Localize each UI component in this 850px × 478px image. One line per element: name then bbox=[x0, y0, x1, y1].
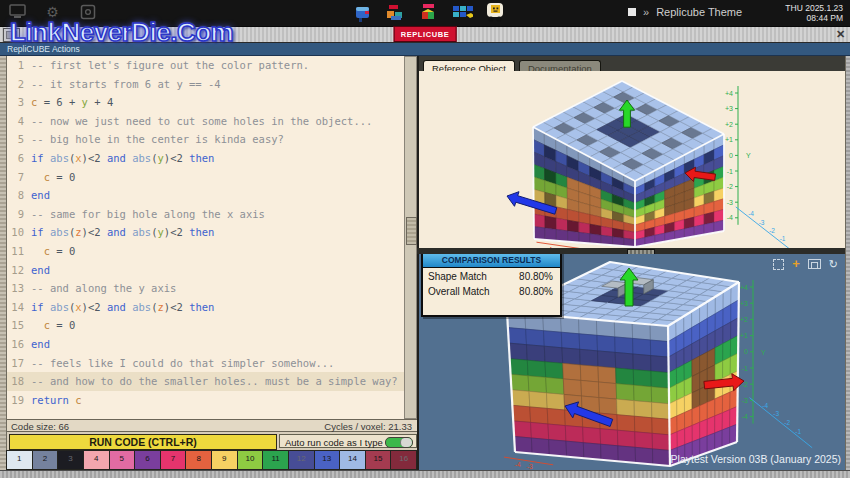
code-line[interactable]: 14if abs(x)<2 and abs(z)<2 then bbox=[7, 298, 404, 317]
reference-cube[interactable]: +4+3+2+10-1-2-3-4Y-4-3-4-3-2-1 bbox=[419, 71, 845, 248]
svg-text:-1: -1 bbox=[727, 168, 733, 175]
palette-swatch-7[interactable]: 7 bbox=[160, 450, 187, 470]
svg-text:Y: Y bbox=[746, 152, 751, 159]
line-number: 8 bbox=[7, 186, 31, 205]
reference-tabs: Reference ObjectDocumentation bbox=[417, 56, 845, 71]
line-number: 13 bbox=[7, 279, 31, 298]
selection-icon[interactable] bbox=[773, 259, 784, 270]
palette-swatch-3[interactable]: 3 bbox=[57, 450, 84, 470]
code-line[interactable]: 1-- first let's figure out the color pat… bbox=[7, 56, 404, 75]
code-line[interactable]: 18-- and how to do the smaller holes.. m… bbox=[7, 372, 404, 391]
line-number: 2 bbox=[7, 75, 31, 94]
line-number: 5 bbox=[7, 130, 31, 149]
code-line[interactable]: 12end bbox=[7, 261, 404, 280]
code-line[interactable]: 7 c = 0 bbox=[7, 168, 404, 187]
close-icon[interactable]: ✕ bbox=[833, 28, 848, 41]
autorun-checkbox[interactable]: Auto run code as I type bbox=[279, 434, 417, 448]
cubes-app-icon[interactable] bbox=[418, 2, 440, 24]
code-line[interactable]: 13-- and along the y axis bbox=[7, 279, 404, 298]
svg-text:-2: -2 bbox=[742, 381, 748, 388]
palette-swatch-8[interactable]: 8 bbox=[185, 450, 212, 470]
window-title-tab[interactable]: REPLICUBE bbox=[394, 26, 457, 42]
line-number: 11 bbox=[7, 242, 31, 261]
svg-text:-4: -4 bbox=[515, 461, 521, 468]
svg-text:+2: +2 bbox=[725, 121, 733, 128]
code-line[interactable]: 2-- it starts from 6 at y == -4 bbox=[7, 75, 404, 94]
line-number: 6 bbox=[7, 149, 31, 168]
code-line[interactable]: 5-- big hole in the center is kinda easy… bbox=[7, 130, 404, 149]
palette-swatch-1[interactable]: 1 bbox=[6, 450, 33, 470]
reset-view-icon[interactable]: ↻ bbox=[829, 259, 838, 270]
line-number: 1 bbox=[7, 56, 31, 75]
crosshair-icon[interactable]: + bbox=[792, 259, 800, 269]
code-line[interactable]: 4-- now we just need to cut some holes i… bbox=[7, 112, 404, 131]
taskbar-theme-indicator[interactable]: » Replicube Theme bbox=[628, 6, 742, 18]
stop-icon bbox=[628, 8, 636, 16]
palette-swatch-11[interactable]: 11 bbox=[262, 450, 289, 470]
line-number: 17 bbox=[7, 354, 31, 373]
svg-text:-3: -3 bbox=[759, 219, 765, 226]
replicube-screen: ⚙ » Replicube Theme bbox=[0, 0, 850, 478]
reference-object-view[interactable]: +4+3+2+10-1-2-3-4Y-4-3-4-3-2-1 bbox=[417, 71, 845, 248]
svg-text:-1: -1 bbox=[795, 428, 801, 435]
palette-swatch-10[interactable]: 10 bbox=[237, 450, 264, 470]
code-line[interactable]: 6if abs(x)<2 and abs(y)<2 then bbox=[7, 149, 404, 168]
code-line[interactable]: 17-- feels like I could do that simpler … bbox=[7, 354, 404, 373]
code-line[interactable]: 8end bbox=[7, 186, 404, 205]
svg-text:+1: +1 bbox=[725, 136, 733, 143]
code-line[interactable]: 19return c bbox=[7, 391, 404, 410]
comparison-title[interactable]: COMPARISON RESULTS bbox=[423, 254, 560, 268]
scrollbar-thumb[interactable] bbox=[406, 217, 417, 245]
palette-swatch-2[interactable]: 2 bbox=[32, 450, 59, 470]
code-line[interactable]: 11 c = 0 bbox=[7, 242, 404, 261]
svg-text:-3: -3 bbox=[527, 463, 533, 470]
code-line[interactable]: 3c = 6 + y + 4 bbox=[7, 93, 404, 112]
line-number: 7 bbox=[7, 168, 31, 187]
robot-app-icon[interactable] bbox=[484, 2, 506, 24]
color-palette: 12345678910111213141516 bbox=[7, 450, 417, 470]
output-view[interactable]: +4+3+2+10-1-2-3-4Y-4-3-4-3-2-1 COMPARISO… bbox=[417, 254, 845, 470]
svg-text:-3: -3 bbox=[773, 410, 779, 417]
chevron-right-icon: » bbox=[643, 6, 649, 18]
tiles-app-icon[interactable] bbox=[451, 2, 473, 24]
svg-text:0: 0 bbox=[744, 348, 748, 355]
palette-swatch-9[interactable]: 9 bbox=[211, 450, 238, 470]
crates-app-icon[interactable] bbox=[385, 2, 407, 24]
code-line[interactable]: 10if abs(z)<2 and abs(y)<2 then bbox=[7, 223, 404, 242]
svg-text:+4: +4 bbox=[725, 90, 733, 97]
svg-text:+3: +3 bbox=[740, 300, 748, 307]
palette-swatch-4[interactable]: 4 bbox=[83, 450, 110, 470]
viewer-toolbar: + ↻ bbox=[773, 258, 838, 270]
svg-text:-2: -2 bbox=[784, 419, 790, 426]
line-number: 4 bbox=[7, 112, 31, 131]
line-number: 15 bbox=[7, 316, 31, 335]
palette-swatch-14[interactable]: 14 bbox=[339, 450, 366, 470]
window-edge-left bbox=[0, 56, 7, 470]
mailbox-app-icon[interactable] bbox=[352, 2, 374, 24]
code-line[interactable]: 16end bbox=[7, 335, 404, 354]
palette-swatch-5[interactable]: 5 bbox=[109, 450, 136, 470]
svg-text:-1: -1 bbox=[742, 365, 748, 372]
toggle-knob bbox=[400, 438, 412, 447]
code-editor[interactable]: 1-- first let's figure out the color pat… bbox=[7, 56, 404, 419]
window-edge-right bbox=[845, 56, 850, 470]
svg-text:-2: -2 bbox=[727, 183, 733, 190]
code-size-label: Code size: 66 bbox=[11, 421, 69, 432]
line-number: 14 bbox=[7, 298, 31, 317]
svg-text:-3: -3 bbox=[727, 199, 733, 206]
palette-swatch-16[interactable]: 16 bbox=[390, 450, 417, 470]
watermark: LinkNeverDie.Com bbox=[10, 17, 233, 48]
palette-swatch-13[interactable]: 13 bbox=[314, 450, 341, 470]
code-line[interactable]: 9-- same for big hole along the x axis bbox=[7, 205, 404, 224]
code-line[interactable]: 15 c = 0 bbox=[7, 316, 404, 335]
autorun-toggle[interactable] bbox=[385, 437, 413, 448]
svg-text:-3: -3 bbox=[742, 397, 748, 404]
palette-swatch-6[interactable]: 6 bbox=[134, 450, 161, 470]
palette-swatch-12[interactable]: 12 bbox=[288, 450, 315, 470]
run-code-button[interactable]: RUN CODE (CTRL+R) bbox=[9, 434, 277, 450]
palette-swatch-15[interactable]: 15 bbox=[365, 450, 392, 470]
editor-statusbar: Code size: 66 Cycles / voxel: 21.33 bbox=[7, 419, 417, 432]
frames-icon[interactable] bbox=[808, 259, 821, 269]
code-scrollbar[interactable] bbox=[404, 56, 417, 419]
line-number: 12 bbox=[7, 261, 31, 280]
